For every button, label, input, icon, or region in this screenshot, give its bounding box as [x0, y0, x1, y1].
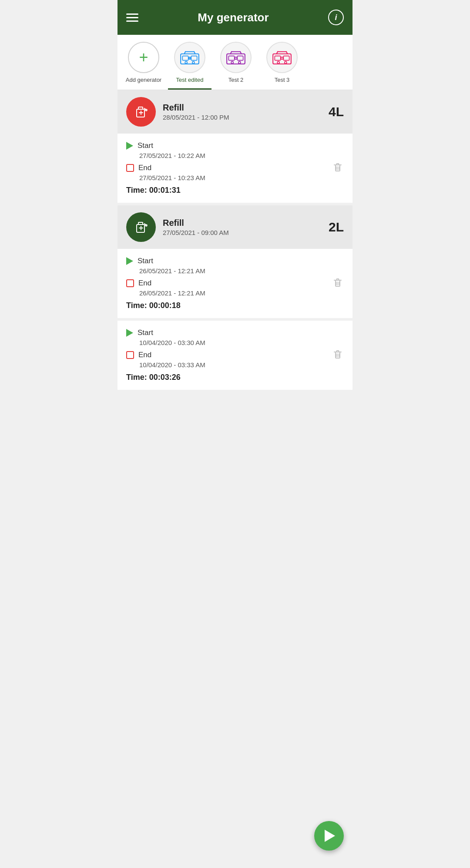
- fuel-can-icon-red: [133, 104, 149, 120]
- session-time-1: Time: 00:01:31: [126, 186, 344, 195]
- delete-button-1[interactable]: [332, 161, 344, 175]
- play-icon-1: [126, 142, 133, 150]
- generator-icon-blue: [179, 49, 201, 66]
- svg-rect-1: [182, 56, 188, 60]
- svg-rect-10: [227, 54, 245, 64]
- end-date-1: 27/05/2021 - 10:23 AM: [139, 174, 344, 181]
- tab-test3[interactable]: Test 3: [260, 42, 304, 90]
- svg-rect-0: [181, 54, 199, 64]
- tab-test2-label: Test 2: [228, 77, 244, 83]
- content-area: Refill 28/05/2021 - 12:00 PM 4L Start 27…: [118, 90, 352, 390]
- test-edited-circle: [174, 42, 205, 73]
- tab-add-generator-label: Add generator: [126, 77, 161, 83]
- svg-rect-2: [191, 56, 197, 60]
- info-button[interactable]: i: [328, 10, 344, 25]
- menu-button[interactable]: [126, 13, 138, 22]
- end-checkbox-2[interactable]: [126, 279, 134, 287]
- svg-rect-11: [228, 56, 234, 60]
- session-end-1: End: [126, 164, 344, 172]
- end-checkbox-1[interactable]: [126, 164, 134, 172]
- trash-icon-2: [332, 277, 344, 289]
- end-checkbox-3[interactable]: [126, 351, 134, 359]
- play-icon-3: [126, 329, 133, 337]
- tab-test-edited-label: Test edited: [176, 77, 204, 83]
- page-title: My generator: [198, 11, 269, 24]
- refill-date-2: 27/05/2021 - 09:00 AM: [163, 229, 322, 236]
- test3-circle: [266, 42, 298, 73]
- refill-info-2: Refill 27/05/2021 - 09:00 AM: [163, 218, 322, 236]
- session-end-3: End: [126, 351, 344, 359]
- session-time-3: Time: 00:03:26: [126, 373, 344, 382]
- tab-test-edited[interactable]: Test edited: [168, 42, 212, 90]
- start-session-fab[interactable]: [314, 821, 344, 851]
- end-date-2: 26/05/2021 - 12:21 AM: [139, 289, 344, 297]
- end-label-1: End: [138, 164, 151, 172]
- fab-play-icon: [325, 830, 335, 842]
- app-header: My generator i: [118, 0, 352, 35]
- session-start-1: Start: [126, 141, 344, 150]
- add-generator-circle: +: [128, 42, 159, 73]
- session-entry-2: Start 26/05/2021 - 12:21 AM End 26/05/20…: [118, 249, 352, 318]
- generator-icon-pink: [271, 49, 293, 66]
- start-label-3: Start: [138, 328, 153, 337]
- svg-rect-19: [273, 54, 291, 64]
- svg-point-4: [192, 61, 195, 64]
- session-end-2: End: [126, 279, 344, 288]
- tab-add-generator[interactable]: + Add generator: [122, 42, 165, 90]
- svg-rect-29: [138, 107, 143, 109]
- end-date-3: 10/04/2020 - 03:33 AM: [139, 361, 344, 369]
- svg-point-23: [285, 61, 287, 64]
- generator-icon-purple: [225, 49, 247, 66]
- refill-entry-1[interactable]: Refill 28/05/2021 - 12:00 PM 4L: [118, 90, 352, 134]
- svg-rect-12: [237, 56, 243, 60]
- trash-icon-1: [332, 161, 344, 174]
- svg-point-22: [277, 61, 279, 64]
- start-date-1: 27/05/2021 - 10:22 AM: [139, 152, 344, 159]
- tab-test3-label: Test 3: [275, 77, 290, 83]
- refill-icon-red: [126, 97, 156, 127]
- test2-circle: [220, 42, 252, 73]
- start-date-3: 10/04/2020 - 03:30 AM: [139, 339, 344, 346]
- refill-entry-2[interactable]: Refill 27/05/2021 - 09:00 AM 2L: [118, 205, 352, 249]
- svg-point-14: [238, 61, 241, 64]
- session-entry-1: Start 27/05/2021 - 10:22 AM End 27/05/20…: [118, 134, 352, 203]
- svg-rect-21: [283, 56, 289, 60]
- svg-rect-20: [275, 56, 280, 60]
- generator-tabs: + Add generator Test edited: [118, 35, 352, 90]
- svg-point-18: [235, 57, 237, 59]
- session-start-2: Start: [126, 257, 344, 265]
- fuel-can-icon-green: [133, 219, 149, 235]
- refill-icon-green: [126, 212, 156, 242]
- refill-amount-2: 2L: [329, 220, 344, 235]
- refill-info-1: Refill 28/05/2021 - 12:00 PM: [163, 103, 322, 121]
- trash-icon-3: [332, 349, 344, 361]
- start-date-2: 26/05/2021 - 12:21 AM: [139, 267, 344, 275]
- session-entry-3: Start 10/04/2020 - 03:30 AM End 10/04/20…: [118, 321, 352, 390]
- svg-point-3: [185, 61, 187, 64]
- start-label-1: Start: [138, 141, 153, 150]
- refill-amount-1: 4L: [329, 104, 344, 119]
- play-icon-2: [126, 257, 133, 265]
- svg-point-13: [231, 61, 233, 64]
- svg-rect-43: [138, 222, 143, 225]
- plus-icon: +: [139, 50, 148, 65]
- session-time-2: Time: 00:00:18: [126, 301, 344, 310]
- svg-point-27: [281, 57, 283, 59]
- delete-button-2[interactable]: [332, 277, 344, 291]
- end-label-3: End: [138, 351, 151, 359]
- delete-button-3[interactable]: [332, 349, 344, 362]
- session-start-3: Start: [126, 328, 344, 337]
- start-label-2: Start: [138, 257, 153, 265]
- tab-test2[interactable]: Test 2: [214, 42, 258, 90]
- refill-date-1: 28/05/2021 - 12:00 PM: [163, 114, 322, 121]
- end-label-2: End: [138, 279, 151, 288]
- refill-title-1: Refill: [163, 103, 322, 113]
- refill-title-2: Refill: [163, 218, 322, 228]
